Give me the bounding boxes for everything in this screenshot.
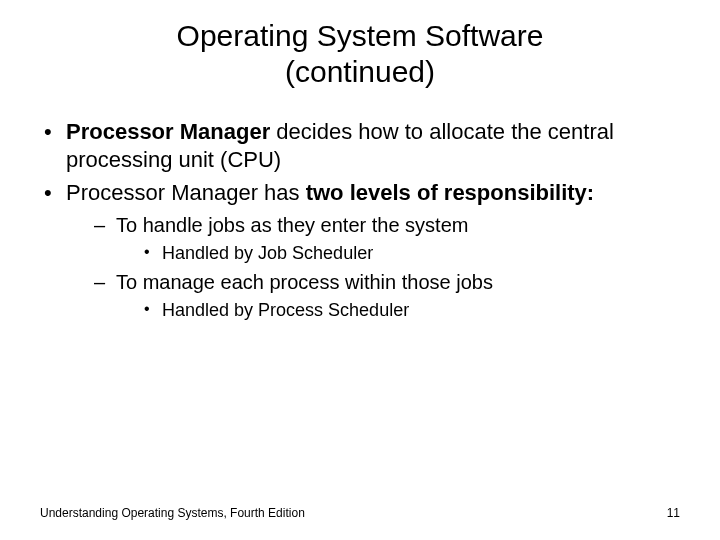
bullet-2: Processor Manager has two levels of resp… — [40, 179, 680, 322]
bullet-2-sub-1-sublist: Handled by Job Scheduler — [116, 242, 680, 265]
bullet-2-sub-2: To manage each process within those jobs… — [94, 270, 680, 322]
bullet-2-sub-1-sub-text: Handled by Job Scheduler — [162, 243, 373, 263]
bullet-2-sub-1-text: To handle jobs as they enter the system — [116, 214, 468, 236]
footer-text: Understanding Operating Systems, Fourth … — [40, 506, 305, 520]
slide: Operating System Software (continued) Pr… — [0, 0, 720, 540]
bullet-1-bold: Processor Manager — [66, 119, 270, 144]
bullet-2-sub-1-sub: Handled by Job Scheduler — [144, 242, 680, 265]
bullet-2-sublist: To handle jobs as they enter the system … — [66, 213, 680, 322]
title-line-1: Operating System Software — [177, 19, 544, 52]
bullet-2-sub-2-text: To manage each process within those jobs — [116, 271, 493, 293]
bullet-2-sub-2-sub: Handled by Process Scheduler — [144, 299, 680, 322]
bullet-2-sub-2-sublist: Handled by Process Scheduler — [116, 299, 680, 322]
bullet-2-pre: Processor Manager has — [66, 180, 306, 205]
bullet-2-bold: two levels of responsibility: — [306, 180, 595, 205]
bullet-1: Processor Manager decides how to allocat… — [40, 118, 680, 173]
bullet-list: Processor Manager decides how to allocat… — [40, 118, 680, 322]
slide-title: Operating System Software (continued) — [0, 0, 720, 90]
title-line-2: (continued) — [285, 55, 435, 88]
bullet-2-sub-1: To handle jobs as they enter the system … — [94, 213, 680, 265]
page-number: 11 — [667, 506, 680, 520]
bullet-2-sub-2-sub-text: Handled by Process Scheduler — [162, 300, 409, 320]
slide-body: Processor Manager decides how to allocat… — [0, 90, 720, 322]
